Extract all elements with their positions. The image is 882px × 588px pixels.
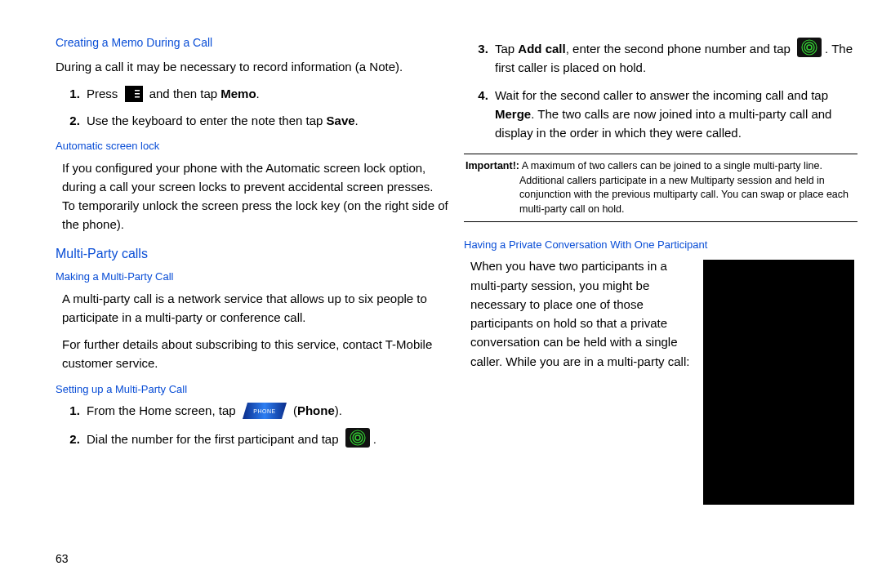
heading-creating-memo: Creating a Memo During a Call [56,34,449,52]
heading-making-multi-party: Making a Multi-Party Call [56,269,449,285]
setup-steps-cont: Tap Add call, enter the second phone num… [477,38,858,142]
dial-icon [797,38,822,57]
heading-multi-party-calls: Multi-Party calls [56,244,449,265]
svg-rect-0 [125,86,143,102]
setup-step-2: Dial the number for the first participan… [83,428,449,448]
note-label: Important!: [466,160,519,172]
memo-step-2: Use the keyboard to enter the note then … [83,111,449,130]
setup-step-3: Tap Add call, enter the second phone num… [492,38,858,78]
setup-steps: From the Home screen, tap PHONE (Phone).… [69,401,449,449]
setup-step-4: Wait for the second caller to answer the… [492,86,858,143]
making-p1: A multi-party call is a network service … [62,289,449,327]
svg-rect-2 [135,93,140,95]
svg-rect-3 [135,96,140,98]
heading-private-conversation: Having a Private Conversation With One P… [464,237,858,253]
heading-auto-screen-lock: Automatic screen lock [56,138,449,154]
heading-setting-up: Setting up a Multi-Party Call [56,381,449,398]
making-p2: For further details about subscribing to… [62,335,449,373]
right-column: Tap Add call, enter the second phone num… [464,34,858,505]
left-column: Creating a Memo During a Call During a c… [56,34,449,505]
setup-step-1: From the Home screen, tap PHONE (Phone). [83,401,449,420]
memo-steps: Press and then tap Memo. Use the keyboar… [69,84,449,131]
memo-step-1: Press and then tap Memo. [83,84,449,103]
phone-screenshot-placeholder [703,260,854,505]
menu-icon [125,86,143,102]
autolock-paragraph: If you configured your phone with the Au… [62,158,449,234]
svg-text:PHONE: PHONE [253,408,275,414]
phone-app-icon: PHONE [243,403,287,419]
memo-intro: During a call it may be necessary to rec… [56,57,449,76]
svg-rect-1 [135,90,140,91]
page-number: 63 [56,550,69,568]
private-section: When you have two participants in a mult… [464,256,858,371]
important-note: Important!: A maximum of two callers can… [464,154,858,222]
dial-icon [345,428,370,448]
note-text: A maximum of two callers can be joined t… [519,160,849,215]
